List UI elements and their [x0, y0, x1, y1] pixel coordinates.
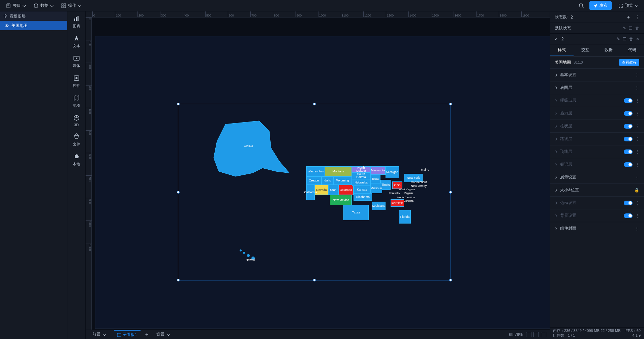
artboard[interactable]: Alaska Hawaii Washington Montana North D…	[95, 36, 550, 329]
more-icon[interactable]: ⋮	[635, 149, 639, 154]
eye-icon	[5, 24, 9, 28]
file-icon	[6, 3, 11, 8]
prop-section-10[interactable]: 边框设置⋮	[550, 196, 644, 209]
svg-point-19	[243, 252, 245, 254]
comp-label: 套件	[73, 142, 80, 147]
zoom-fit-button[interactable]	[526, 332, 531, 337]
tutorial-button[interactable]: 查看教程	[619, 59, 639, 66]
layers-icon	[3, 14, 7, 18]
status-memory: 内存：236 / 3849 / 4096 MB 22 / 258 MB	[553, 328, 621, 333]
zoom-grid-button[interactable]	[541, 332, 546, 337]
comp-control-button[interactable]: 控件	[73, 74, 80, 88]
menu-operate[interactable]: 操作	[58, 1, 84, 10]
comp-label: 图表	[73, 24, 80, 29]
section-label: 组件封面	[560, 226, 576, 231]
more-icon[interactable]: ⋮	[635, 201, 639, 205]
prop-section-9[interactable]: 大小&位置🔒	[550, 183, 644, 196]
state-washington: Washington	[306, 166, 325, 176]
comp-chart-button[interactable]: 图表	[73, 15, 80, 29]
more-icon[interactable]: ⋮	[635, 226, 639, 231]
toggle-switch[interactable]	[624, 149, 633, 154]
toggle-switch[interactable]	[624, 137, 633, 141]
toggle-switch[interactable]	[624, 201, 633, 205]
toggle-switch[interactable]	[624, 162, 633, 167]
prop-section-2[interactable]: 呼吸点层⋮	[550, 94, 644, 107]
tab-sub-dashboard-1[interactable]: 子看板1	[114, 330, 141, 339]
tab-background[interactable]: 背景	[153, 330, 173, 339]
lock-icon[interactable]: 🔒	[634, 188, 639, 193]
comp-label: 本地	[73, 162, 80, 167]
preview-label: 预览	[625, 3, 633, 8]
canvas: 0100200300400500600700800900100011001200…	[86, 11, 550, 339]
check-icon: ✓	[555, 37, 558, 41]
prop-section-1[interactable]: 底图层⋮	[550, 81, 644, 94]
state-menu-button[interactable]: ⋮	[635, 15, 639, 20]
prop-section-8[interactable]: 展示设置⋮	[550, 171, 644, 183]
prop-section-6[interactable]: 飞线层⋮	[550, 145, 644, 158]
more-icon[interactable]: ⋮	[635, 124, 639, 129]
zoom-actual-button[interactable]	[533, 332, 539, 337]
ptab-code[interactable]: 代码	[620, 44, 644, 56]
ptab-style[interactable]: 样式	[550, 44, 574, 56]
state-oh: Ohio	[392, 181, 402, 189]
toggle-switch[interactable]	[624, 213, 633, 218]
preview-button[interactable]: 预览	[615, 1, 641, 10]
selection-box[interactable]: Alaska Hawaii Washington Montana North D…	[178, 104, 451, 280]
comp-local-button[interactable]: 本地	[73, 153, 80, 167]
toggle-switch[interactable]	[624, 111, 633, 116]
comp-map-button[interactable]: 地图	[73, 94, 80, 108]
comp-text-button[interactable]: 文本	[73, 35, 80, 48]
toggle-switch[interactable]	[624, 124, 633, 129]
menu-data[interactable]: 数据	[30, 1, 57, 10]
ptab-interaction[interactable]: 交互	[574, 44, 597, 56]
prop-section-3[interactable]: 热力层⋮	[550, 107, 644, 120]
prop-section-5[interactable]: 路线层⋮	[550, 132, 644, 145]
comp-3d-button[interactable]: 3D	[73, 114, 80, 127]
close-icon[interactable]: ✕	[636, 37, 639, 41]
section-label: 柱状层	[560, 123, 572, 129]
state-2-row[interactable]: ✓ 2 ✎ ❐ 🗑 ✕	[550, 34, 644, 44]
chevron-down-icon	[50, 3, 54, 7]
delete-icon[interactable]: 🗑	[635, 26, 639, 31]
state-default-row[interactable]: 默认状态 ✎ ❐ 🗑	[550, 23, 644, 34]
more-icon[interactable]: ⋮	[635, 86, 639, 90]
canvas-viewport[interactable]: Alaska Hawaii Washington Montana North D…	[92, 18, 550, 330]
prop-section-4[interactable]: 柱状层⋮	[550, 120, 644, 132]
copy-icon[interactable]: ❐	[623, 37, 626, 41]
edit-icon[interactable]: ✎	[623, 26, 626, 31]
tab-foreground[interactable]: 前景	[89, 330, 109, 339]
search-button[interactable]	[577, 1, 586, 10]
copy-icon[interactable]: ❐	[629, 26, 633, 31]
ptab-data[interactable]: 数据	[597, 44, 621, 56]
state-alaska: Alaska	[212, 117, 293, 178]
layer-item-usa-map[interactable]: 美国地图	[0, 21, 67, 30]
delete-icon[interactable]: 🗑	[629, 37, 633, 41]
more-icon[interactable]: ⋮	[635, 162, 639, 167]
more-icon[interactable]: ⋮	[635, 111, 639, 116]
tab-label: 背景	[156, 332, 164, 337]
menu-project[interactable]: 项目	[3, 1, 29, 10]
comp-media-button[interactable]: 媒体	[73, 55, 80, 68]
prop-section-11[interactable]: 背景设置⋮	[550, 209, 644, 222]
toggle-switch[interactable]	[624, 98, 633, 103]
more-icon[interactable]: ⋮	[635, 73, 639, 77]
prop-section-0[interactable]: 基本设置⋮	[550, 68, 644, 81]
comp-suite-button[interactable]: 套件	[73, 133, 80, 147]
ruler-horizontal: 0100200300400500600700800900100011001200…	[86, 11, 550, 18]
more-icon[interactable]: ⋮	[635, 175, 639, 180]
add-state-button[interactable]: +	[627, 14, 630, 20]
more-icon[interactable]: ⋮	[635, 98, 639, 103]
topbar-right: 发布 预览	[577, 1, 641, 10]
zoom-controls: 69.79%	[509, 332, 546, 337]
more-icon[interactable]: ⋮	[635, 137, 639, 141]
state-la: Louisiana	[372, 202, 386, 210]
prop-section-7[interactable]: 标记层⋮	[550, 158, 644, 171]
canvas-bottom-bar: 前景 子看板1 + 背景 69.79%	[86, 330, 550, 339]
publish-button[interactable]: 发布	[589, 1, 612, 10]
add-tab-button[interactable]: +	[145, 332, 148, 338]
prop-section-12[interactable]: 组件封面⋮	[550, 222, 644, 235]
more-icon[interactable]: ⋮	[635, 213, 639, 218]
state-nm: New Mexico	[330, 195, 352, 205]
chevron-right-icon	[554, 201, 557, 204]
edit-icon[interactable]: ✎	[617, 37, 620, 41]
